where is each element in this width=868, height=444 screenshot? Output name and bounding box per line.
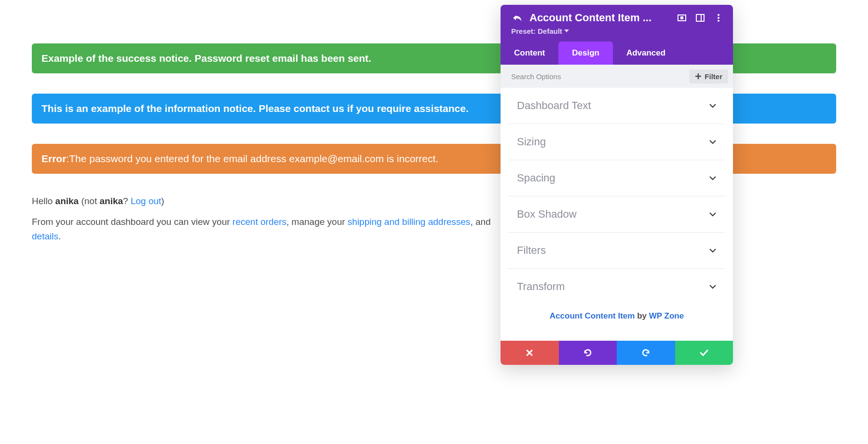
- recent-orders-link[interactable]: recent orders: [232, 217, 286, 227]
- page-content: Example of the success notice. Password …: [0, 0, 868, 243]
- back-button[interactable]: [511, 12, 523, 24]
- chevron-down-icon: [709, 248, 717, 253]
- desc-period: .: [58, 231, 61, 241]
- settings-panel: Account Content Item ... Preset: Default…: [501, 5, 733, 365]
- module-name-link[interactable]: Account Content Item: [550, 311, 635, 320]
- dock-icon: [696, 14, 705, 22]
- greeting-hello: Hello: [32, 196, 55, 206]
- section-title: Transform: [517, 280, 565, 293]
- section-title: Spacing: [517, 172, 556, 184]
- chevron-down-icon: [709, 176, 717, 180]
- greeting-close: ): [161, 196, 164, 206]
- svg-rect-2: [696, 14, 704, 21]
- greeting-q: ?: [123, 196, 131, 206]
- more-button[interactable]: [713, 12, 724, 24]
- cancel-button[interactable]: [501, 341, 559, 365]
- chevron-down-icon: [709, 212, 717, 217]
- plus-icon: [695, 73, 702, 80]
- panel-tabs: Content Design Advanced: [501, 42, 733, 65]
- undo-button[interactable]: [559, 341, 617, 365]
- tab-design[interactable]: Design: [558, 42, 613, 65]
- expand-icon: [678, 14, 686, 22]
- greeting-not-prefix: (not: [79, 196, 99, 206]
- section-title: Sizing: [517, 136, 546, 148]
- chevron-down-icon: [709, 284, 717, 289]
- panel-footer-text: Account Content Item by WP Zone: [508, 305, 725, 331]
- details-link[interactable]: details: [32, 231, 58, 241]
- expand-button[interactable]: [676, 12, 688, 24]
- notice-success-text: Example of the success notice. Password …: [41, 53, 371, 64]
- desc-c: , and: [470, 217, 490, 227]
- tab-content[interactable]: Content: [501, 42, 558, 65]
- chevron-down-icon: [709, 103, 717, 108]
- addresses-link[interactable]: shipping and billing addresses: [348, 217, 471, 227]
- save-button[interactable]: [675, 341, 733, 365]
- desc-b: , manage your: [286, 217, 348, 227]
- check-icon: [699, 349, 709, 357]
- preset-label: Preset: Default: [511, 27, 562, 35]
- section-box-shadow[interactable]: Box Shadow: [508, 196, 725, 233]
- close-icon: [526, 349, 533, 357]
- notice-error-label: Error: [41, 153, 66, 164]
- sections-list: Dashboard Text Sizing Spacing Box Shadow…: [501, 88, 733, 341]
- svg-point-6: [718, 20, 719, 22]
- panel-header-top: Account Content Item ...: [511, 12, 724, 24]
- panel-actions: [501, 341, 733, 365]
- chevron-down-icon: [709, 139, 717, 144]
- footer-by: by: [635, 311, 649, 320]
- svg-point-4: [718, 14, 719, 16]
- section-spacing[interactable]: Spacing: [508, 160, 725, 196]
- svg-point-5: [718, 17, 719, 19]
- section-title: Dashboard Text: [517, 99, 591, 112]
- svg-rect-1: [680, 16, 683, 19]
- section-dashboard-text[interactable]: Dashboard Text: [508, 88, 725, 124]
- module-author-link[interactable]: WP Zone: [649, 311, 684, 320]
- desc-a: From your account dashboard you can view…: [32, 217, 232, 227]
- search-input[interactable]: [501, 65, 689, 88]
- section-sizing[interactable]: Sizing: [508, 124, 725, 160]
- section-transform[interactable]: Transform: [508, 269, 725, 305]
- section-title: Box Shadow: [517, 208, 577, 221]
- kebab-icon: [717, 14, 720, 22]
- redo-icon: [641, 348, 651, 358]
- dock-button[interactable]: [694, 12, 706, 24]
- section-title: Filters: [517, 244, 546, 257]
- caret-down-icon: [564, 29, 569, 33]
- section-filters[interactable]: Filters: [508, 233, 725, 269]
- search-row: Filter: [501, 65, 733, 88]
- notice-error-text: :The password you entered for the email …: [66, 153, 438, 164]
- panel-header: Account Content Item ... Preset: Default: [501, 5, 733, 42]
- panel-title: Account Content Item ...: [529, 12, 669, 24]
- tab-advanced[interactable]: Advanced: [613, 42, 679, 65]
- notice-info-text: This is an example of the information no…: [41, 103, 469, 114]
- back-arrow-icon: [512, 14, 522, 22]
- preset-selector[interactable]: Preset: Default: [511, 27, 569, 35]
- logout-link[interactable]: Log out: [131, 196, 161, 206]
- undo-icon: [583, 348, 593, 358]
- greeting-not-user: anika: [99, 196, 123, 206]
- redo-button[interactable]: [617, 341, 675, 365]
- filter-button[interactable]: Filter: [689, 69, 728, 83]
- greeting-user: anika: [55, 196, 79, 206]
- filter-label: Filter: [705, 72, 722, 81]
